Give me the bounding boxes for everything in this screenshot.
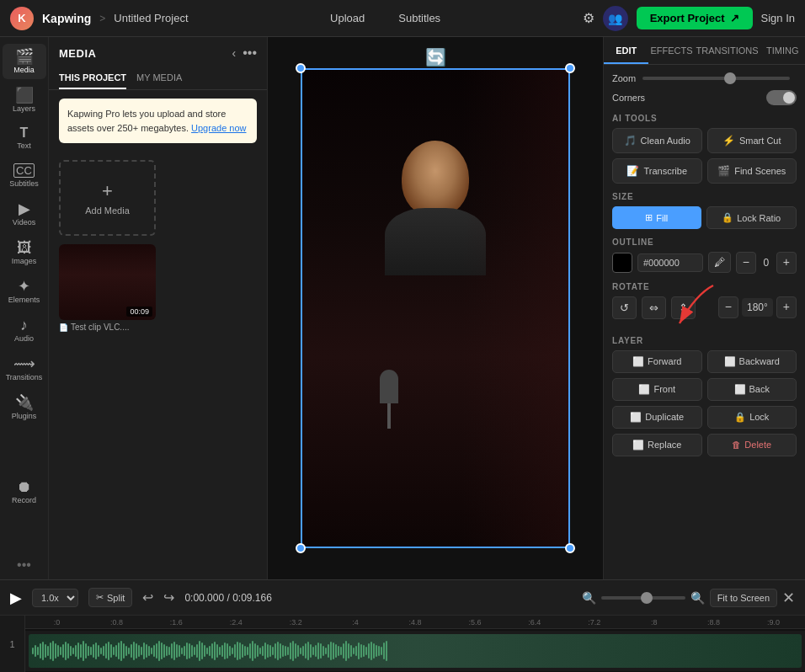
ai-tools-label: AI TOOLS bbox=[612, 114, 797, 123]
waveform-bar bbox=[259, 648, 261, 654]
lock-ratio-button[interactable]: 🔒 Lock Ratio bbox=[706, 206, 797, 229]
project-name[interactable]: Untitled Project bbox=[114, 12, 188, 24]
collab-button[interactable]: 👥 bbox=[603, 6, 628, 31]
zoom-out-icon[interactable]: 🔍 bbox=[582, 591, 596, 605]
export-button[interactable]: Export Project ↗ bbox=[637, 7, 753, 29]
find-scenes-button[interactable]: 🎬 Find Scenes bbox=[707, 158, 797, 184]
waveform-bar bbox=[325, 648, 327, 654]
backward-button[interactable]: ⬜ Backward bbox=[707, 350, 797, 373]
clean-audio-button[interactable]: 🎵 Clean Audio bbox=[612, 128, 702, 153]
settings-icon[interactable]: ⚙ bbox=[583, 10, 594, 26]
outline-decrease-button[interactable]: − bbox=[736, 252, 756, 274]
track-number-label: 1 bbox=[9, 639, 14, 649]
transcribe-button[interactable]: 📝 Transcribe bbox=[612, 158, 702, 184]
fill-button[interactable]: ⊞ Fill bbox=[612, 206, 701, 229]
media-thumbnail[interactable]: 00:09 bbox=[59, 244, 156, 320]
lock-ratio-label: Lock Ratio bbox=[737, 213, 781, 223]
sidebar-item-elements[interactable]: ✦ Elements bbox=[3, 274, 46, 309]
sidebar-item-videos[interactable]: ▶ Videos bbox=[3, 196, 46, 232]
waveform-bar bbox=[60, 647, 61, 655]
tab-effects[interactable]: EFFECTS bbox=[648, 37, 694, 64]
close-timeline-button[interactable]: ✕ bbox=[782, 589, 795, 607]
signin-button[interactable]: Sign In bbox=[761, 12, 795, 24]
back-button[interactable]: ⬜ Back bbox=[707, 378, 797, 401]
fit-screen-button[interactable]: Fit to Screen bbox=[710, 589, 777, 607]
waveform-bar bbox=[206, 648, 208, 654]
toggle-knob bbox=[783, 92, 795, 104]
timeline-zoom-slider[interactable] bbox=[601, 596, 685, 600]
sidebar-item-images[interactable]: 🖼 Images bbox=[3, 235, 46, 270]
sidebar-item-record[interactable]: ⏺ Record bbox=[3, 474, 46, 509]
waveform-bar bbox=[242, 644, 243, 658]
sidebar-item-transitions[interactable]: ⟿ Transitions bbox=[3, 351, 46, 387]
sidebar-item-subtitles[interactable]: CC Subtitles bbox=[3, 158, 46, 193]
forward-button[interactable]: ⬜ Forward bbox=[612, 350, 702, 373]
front-button[interactable]: ⬜ Front bbox=[612, 378, 702, 401]
ruler-mark-12: :9.0 bbox=[744, 618, 803, 627]
zoom-in-icon[interactable]: 🔍 bbox=[690, 591, 705, 605]
waveform-bar bbox=[42, 642, 44, 660]
corners-toggle[interactable] bbox=[766, 90, 797, 105]
sidebar: 🎬 Media ⬛ Layers T Text CC Subtitles ▶ V… bbox=[0, 37, 49, 579]
subtitles-button[interactable]: Subtitles bbox=[392, 8, 447, 28]
smart-cut-icon: ⚡ bbox=[722, 135, 735, 147]
collapse-panel-icon[interactable]: ‹ bbox=[232, 46, 237, 60]
track-clip[interactable] bbox=[29, 634, 802, 668]
waveform-bar bbox=[65, 642, 67, 660]
sidebar-item-media[interactable]: 🎬 Media bbox=[3, 44, 46, 79]
handle-top-right[interactable] bbox=[565, 63, 575, 73]
speed-select[interactable]: 1.0x bbox=[32, 589, 78, 607]
timeline-track[interactable] bbox=[25, 631, 805, 671]
waveform-bar bbox=[75, 645, 77, 657]
waveform-bar bbox=[378, 646, 380, 656]
handle-bottom-left[interactable] bbox=[296, 543, 306, 553]
waveform-bar bbox=[262, 646, 264, 656]
sidebar-item-plugins[interactable]: 🔌 Plugins bbox=[3, 390, 46, 425]
smart-cut-button[interactable]: ⚡ Smart Cut bbox=[707, 128, 797, 153]
flip-horizontal-button[interactable]: ⇔ bbox=[642, 296, 666, 319]
waveform-bar bbox=[110, 644, 112, 658]
delete-button[interactable]: 🗑 Delete bbox=[707, 434, 797, 456]
topbar-center: Upload Subtitles bbox=[323, 8, 447, 28]
replace-button[interactable]: ⬜ Replace bbox=[612, 434, 702, 456]
ruler-mark-11: :8.8 bbox=[684, 618, 744, 627]
outline-hex-value[interactable]: #000000 bbox=[637, 253, 703, 272]
lock-button[interactable]: 🔒 Lock bbox=[707, 406, 797, 429]
split-button[interactable]: ✂ Split bbox=[88, 588, 132, 607]
tab-my-media[interactable]: MY MEDIA bbox=[136, 67, 182, 89]
rotate-value-box: − 180° + bbox=[718, 296, 797, 318]
undo-button[interactable]: ↩ bbox=[142, 589, 153, 605]
waveform-bar bbox=[267, 644, 269, 658]
tab-timing[interactable]: TIMING bbox=[760, 37, 805, 64]
rotate-decrease-button[interactable]: − bbox=[718, 296, 738, 318]
upgrade-link[interactable]: Upgrade now bbox=[191, 123, 246, 133]
sidebar-item-audio[interactable]: ♪ Audio bbox=[3, 312, 46, 348]
add-media-box[interactable]: + Add Media bbox=[59, 160, 156, 236]
corners-row: Corners bbox=[612, 90, 797, 105]
zoom-slider[interactable] bbox=[642, 77, 790, 80]
handle-bottom-right[interactable] bbox=[565, 543, 575, 553]
upload-button[interactable]: Upload bbox=[323, 8, 371, 28]
media-options-icon[interactable]: ••• bbox=[243, 45, 257, 61]
flip-vertical-button[interactable]: ⇕ bbox=[671, 296, 696, 319]
sidebar-more[interactable]: ••• bbox=[17, 557, 31, 573]
duplicate-button[interactable]: ⬜ Duplicate bbox=[612, 406, 702, 429]
eyedropper-button[interactable]: 🖉 bbox=[708, 252, 731, 273]
tab-edit[interactable]: EDIT bbox=[604, 37, 648, 64]
play-button[interactable]: ▶ bbox=[10, 589, 22, 607]
rotate-increase-button[interactable]: + bbox=[776, 296, 797, 318]
sidebar-item-text[interactable]: T Text bbox=[3, 121, 46, 155]
handle-top-left[interactable] bbox=[296, 63, 306, 73]
media-item: 00:09 📄 Test clip VLC.... bbox=[59, 244, 156, 332]
waveform-bar bbox=[229, 646, 231, 656]
outline-increase-button[interactable]: + bbox=[776, 252, 797, 274]
tab-this-project[interactable]: THIS PROJECT bbox=[59, 67, 126, 89]
sidebar-item-layers[interactable]: ⬛ Layers bbox=[3, 83, 46, 118]
rotate-ccw-button[interactable]: ↺ bbox=[612, 296, 637, 319]
tab-transitions[interactable]: TRANSITIONS bbox=[695, 37, 760, 64]
waveform-bar bbox=[305, 643, 307, 659]
add-media-inner[interactable]: + Add Media bbox=[59, 160, 156, 236]
outline-color-swatch[interactable] bbox=[612, 253, 632, 273]
canvas-wrapper[interactable] bbox=[301, 68, 570, 548]
redo-button[interactable]: ↪ bbox=[163, 589, 174, 605]
